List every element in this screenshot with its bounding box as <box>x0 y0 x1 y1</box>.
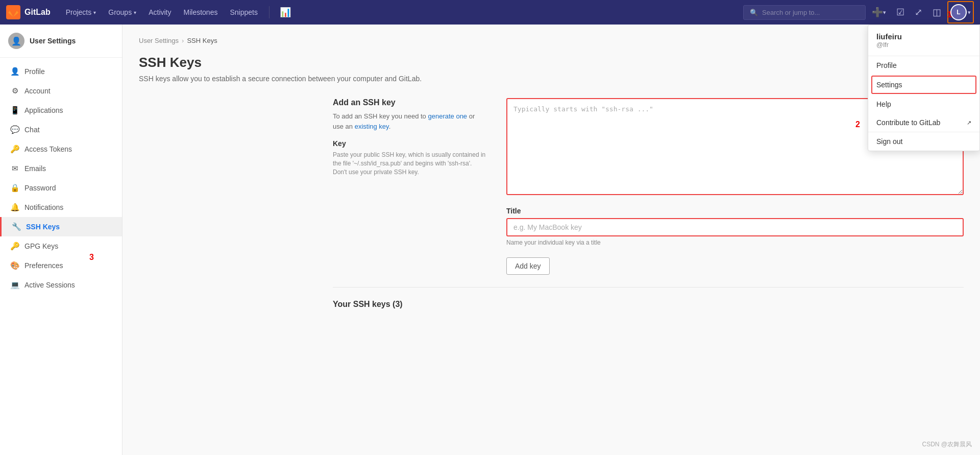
your-keys-title: Your SSH keys (3) <box>333 300 403 308</box>
add-ssh-section-title: Add an SSH key <box>333 98 486 107</box>
sidebar-item-applications[interactable]: 📱 Applications <box>0 101 122 120</box>
brand-logo[interactable]: GitLab <box>6 5 51 19</box>
search-box[interactable]: 🔍 <box>743 5 866 20</box>
active-sessions-icon: 💻 <box>10 280 19 290</box>
sidebar-item-chat[interactable]: 💬 Chat <box>0 120 122 139</box>
sidebar-item-gpg-keys[interactable]: 🔑 GPG Keys <box>0 236 122 256</box>
sidebar-title: User Settings <box>30 37 76 45</box>
gitlab-logo-icon <box>6 5 20 19</box>
user-menu-button[interactable]: L ▾ <box>947 1 974 23</box>
add-ssh-description: To add an SSH key you need to generate o… <box>333 111 486 131</box>
search-icon: 🔍 <box>750 9 758 16</box>
projects-chevron-icon: ▾ <box>93 10 96 15</box>
topnav-right-section: 🔍 ➕ ▾ ☑ ⤢ ◫ L ▾ <box>743 1 974 23</box>
nav-divider <box>269 6 270 18</box>
avatar: L <box>950 4 967 20</box>
existing-key-link[interactable]: existing key <box>355 123 389 130</box>
content-columns: Add an SSH key To add an SSH key you nee… <box>139 98 964 309</box>
your-keys-section: Your SSH keys (3) <box>333 300 964 309</box>
dropdown-item-settings[interactable]: Settings <box>871 76 976 94</box>
nav-activity[interactable]: Activity <box>143 5 176 19</box>
breadcrumb-current: SSH Keys <box>187 37 217 44</box>
emails-icon: ✉ <box>10 164 19 173</box>
create-button[interactable]: ➕ ▾ <box>868 4 890 21</box>
page-title: SSH Keys <box>139 55 964 70</box>
main-content: User Settings › SSH Keys SSH Keys SSH ke… <box>122 25 980 455</box>
sidebar: 👤 User Settings 👤 Profile ⚙ Account 📱 Ap… <box>0 25 122 455</box>
title-label: Title <box>506 207 964 215</box>
nav-milestones[interactable]: Milestones <box>179 5 223 19</box>
description-side: Add an SSH key To add an SSH key you nee… <box>333 98 486 275</box>
sidebar-user-icon: 👤 <box>8 33 24 49</box>
groups-chevron-icon: ▾ <box>134 10 136 15</box>
nav-links: Projects ▾ Groups ▾ Activity Milestones … <box>61 4 295 21</box>
breadcrumb-separator: › <box>182 37 184 44</box>
sidebar-item-ssh-keys[interactable]: 🔧 SSH Keys <box>0 217 122 236</box>
sidebar-item-notifications[interactable]: 🔔 Notifications <box>0 198 122 217</box>
search-input[interactable] <box>762 9 859 16</box>
dropdown-item-help[interactable]: Help <box>868 95 979 113</box>
instructions-column <box>139 98 312 309</box>
account-icon: ⚙ <box>10 86 19 95</box>
dropdown-header: liufeiru @lfr <box>868 25 979 56</box>
nav-groups[interactable]: Groups ▾ <box>103 5 141 19</box>
todo-icon-button[interactable]: ☑ <box>892 4 909 21</box>
top-navigation: GitLab Projects ▾ Groups ▾ Activity Mile… <box>0 0 980 25</box>
section-divider <box>333 287 964 288</box>
password-icon: 🔒 <box>10 183 19 193</box>
gitlab-fox-icon <box>8 7 19 18</box>
sidebar-item-account[interactable]: ⚙ Account <box>0 81 122 101</box>
sidebar-item-profile[interactable]: 👤 Profile <box>0 62 122 81</box>
sidebar-item-emails[interactable]: ✉ Emails <box>0 159 122 178</box>
dropdown-handle: @lfr <box>876 41 971 49</box>
breadcrumb-parent-link[interactable]: User Settings <box>139 37 179 44</box>
nav-projects[interactable]: Projects ▾ <box>61 5 102 19</box>
external-link-icon: ↗ <box>967 119 971 126</box>
page-subtitle: SSH keys allow you to establish a secure… <box>139 75 964 83</box>
watermark: CSDN @农舞晨风 <box>922 440 972 449</box>
breadcrumb: User Settings › SSH Keys <box>139 37 964 44</box>
profile-icon: 👤 <box>10 67 19 76</box>
chart-icon-button[interactable]: 📊 <box>276 4 295 21</box>
sidebar-header: 👤 User Settings <box>0 25 122 58</box>
sidebar-item-preferences[interactable]: 🎨 Preferences <box>0 256 122 275</box>
notifications-icon: 🔔 <box>10 203 19 212</box>
dropdown-item-sign-out[interactable]: Sign out <box>868 132 979 151</box>
user-menu-chevron-icon: ▾ <box>968 9 971 16</box>
title-help-text: Name your individual key via a title <box>506 238 964 247</box>
merge-request-icon-button[interactable]: ⤢ <box>911 4 926 21</box>
ssh-keys-icon: 🔧 <box>12 222 21 231</box>
generate-one-link[interactable]: generate one <box>428 112 467 120</box>
chat-icon: 💬 <box>10 125 19 134</box>
applications-icon: 📱 <box>10 106 19 115</box>
nav-snippets[interactable]: Snippets <box>225 5 262 19</box>
dropdown-username: liufeiru <box>876 32 971 41</box>
sidebar-item-access-tokens[interactable]: 🔑 Access Tokens <box>0 139 122 159</box>
gpg-keys-icon: 🔑 <box>10 242 19 251</box>
dropdown-item-contribute[interactable]: Contribute to GitLab ↗ <box>868 113 979 132</box>
sidebar-item-password[interactable]: 🔒 Password <box>0 178 122 198</box>
sidebar-item-active-sessions[interactable]: 💻 Active Sessions <box>0 275 122 295</box>
preferences-icon: 🎨 <box>10 261 19 270</box>
sidebar-nav: 👤 Profile ⚙ Account 📱 Applications 💬 Cha… <box>0 58 122 299</box>
access-tokens-icon: 🔑 <box>10 145 19 154</box>
dropdown-item-profile[interactable]: Profile <box>868 56 979 75</box>
user-dropdown-menu: liufeiru @lfr Profile Settings Help Cont… <box>868 25 980 151</box>
brand-name: GitLab <box>24 8 51 17</box>
issues-icon-button[interactable]: ◫ <box>928 4 945 21</box>
key-help-text: Paste your public SSH key, which is usua… <box>333 151 486 176</box>
add-key-button[interactable]: Add key <box>506 257 550 275</box>
title-input[interactable] <box>506 218 964 236</box>
title-section: Title Name your individual key via a tit… <box>506 207 964 275</box>
key-label: Key <box>333 139 486 148</box>
